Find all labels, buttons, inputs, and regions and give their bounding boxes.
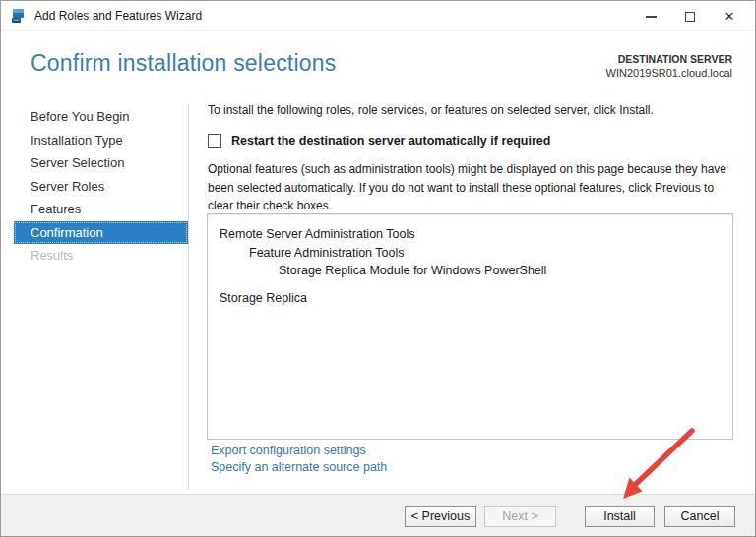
list-item: Feature Administration Tools [220,244,721,263]
destination-server-block: DESTINATION SERVER WIN2019SR01.cloud.loc… [606,52,732,80]
optional-features-note: Optional features (such as administratio… [208,160,735,215]
confirmation-content: To install the following roles, role ser… [208,103,735,215]
button-bar: < Previous Next > Install Cancel [1,494,755,536]
title-bar: Add Roles and Features Wizard ✕ [1,1,755,31]
destination-server-name: WIN2019SR01.cloud.local [606,66,732,80]
close-button[interactable]: ✕ [710,1,749,31]
nav-item-results: Results [14,244,188,268]
list-spacer [220,280,721,289]
wizard-window: Add Roles and Features Wizard ✕ Confirm … [0,0,756,537]
export-configuration-link[interactable]: Export configuration settings [211,443,387,459]
destination-server-label: DESTINATION SERVER [606,52,732,66]
restart-checkbox[interactable] [208,134,221,148]
restart-checkbox-label: Restart the destination server automatic… [231,134,550,148]
selected-features-list[interactable]: Remote Server Administration Tools Featu… [207,213,733,440]
nav-item-before-you-begin[interactable]: Before You Begin [14,105,188,129]
intro-text: To install the following roles, role ser… [208,103,735,117]
nav-item-installation-type[interactable]: Installation Type [14,129,188,152]
page-title: Confirm installation selections [31,50,336,77]
install-button[interactable]: Install [585,506,655,527]
nav-item-server-selection[interactable]: Server Selection [14,151,188,175]
footer-links: Export configuration settings Specify an… [211,443,387,476]
close-icon: ✕ [724,9,735,24]
nav-item-confirmation[interactable]: Confirmation [14,221,188,245]
minimize-icon [646,16,657,18]
sidebar-divider [188,104,189,490]
previous-button[interactable]: < Previous [405,506,476,527]
wizard-steps-nav: Before You Begin Installation Type Serve… [14,105,188,268]
window-title: Add Roles and Features Wizard [34,9,202,23]
maximize-icon [685,12,695,22]
maximize-button[interactable] [670,1,710,31]
minimize-button[interactable] [631,1,670,31]
restart-option-row: Restart the destination server automatic… [208,134,735,148]
alternate-source-path-link[interactable]: Specify an alternate source path [211,459,387,476]
next-button: Next > [484,506,556,527]
nav-item-features[interactable]: Features [14,198,188,221]
list-item: Storage Replica Module for Windows Power… [220,262,721,280]
list-item: Storage Replica [220,289,721,308]
nav-item-server-roles[interactable]: Server Roles [14,175,188,199]
list-item: Remote Server Administration Tools [220,225,721,244]
cancel-button[interactable]: Cancel [664,506,735,527]
wizard-app-icon [11,8,27,24]
